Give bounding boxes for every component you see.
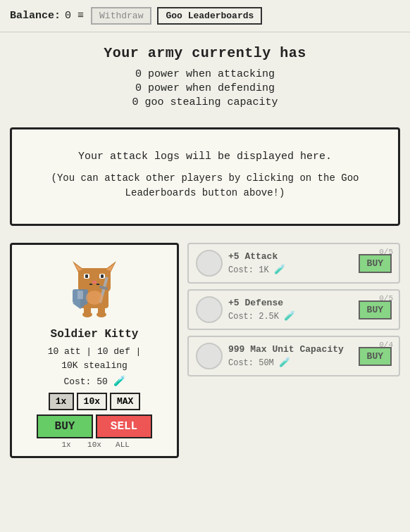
qty-label-10x: 10x — [82, 441, 107, 449]
attack-log-line2: (You can attack other players by clickin… — [26, 171, 384, 201]
upgrade-cost-2: Cost: 50M 🧪 — [228, 357, 353, 368]
army-title: Your army currently has — [7, 45, 403, 61]
svg-point-18 — [86, 291, 103, 305]
upgrade-counter-0: 0/5 — [379, 248, 393, 256]
withdraw-button[interactable]: Withdraw — [91, 7, 151, 25]
upgrade-buy-button-0[interactable]: BUY — [359, 254, 392, 273]
upgrade-cost-1: Cost: 2.5K 🧪 — [228, 310, 353, 322]
buy-button[interactable]: BUY — [37, 414, 93, 438]
upgrade-icon-1 — [196, 296, 223, 323]
svg-point-21 — [82, 312, 92, 317]
qty-label-1x: 1x — [54, 441, 79, 449]
balance-value: 0 ≡ — [65, 10, 84, 22]
upgrade-card-1: +5 Defense Cost: 2.5K 🧪 0/5 BUY — [187, 289, 400, 330]
upgrade-cost-0: Cost: 1K 🧪 — [228, 264, 353, 275]
leaderboards-button[interactable]: Goo Leaderboards — [157, 7, 262, 25]
svg-rect-10 — [92, 281, 97, 284]
unit-image — [59, 252, 130, 322]
upgrade-info-2: 999 Max Unit Capacity Cost: 50M 🧪 — [228, 344, 353, 368]
upgrade-icon-0 — [196, 250, 223, 277]
qty-label-row: 1x 10x ALL — [20, 441, 168, 449]
sell-button[interactable]: SELL — [96, 414, 152, 438]
bottom-section: Soldier Kitty 10 att | 10 def | 10K stea… — [0, 236, 410, 465]
qty-1x-button[interactable]: 1x — [49, 393, 74, 410]
action-buttons: BUY SELL — [20, 414, 168, 438]
upgrade-buy-button-2[interactable]: BUY — [359, 347, 392, 366]
army-section: Your army currently has 0 power when att… — [0, 32, 410, 118]
upgrade-counter-1: 0/5 — [379, 294, 393, 303]
army-stat-stealing: 0 goo stealing capacity — [7, 96, 403, 108]
upgrade-info-1: +5 Defense Cost: 2.5K 🧪 — [228, 298, 353, 322]
upgrade-buy-button-1[interactable]: BUY — [359, 300, 392, 319]
unit-name: Soldier Kitty — [20, 328, 168, 341]
upgrade-counter-2: 0/4 — [379, 341, 393, 349]
upgrade-card-2: 999 Max Unit Capacity Cost: 50M 🧪 0/4 BU… — [187, 336, 400, 376]
qty-max-button[interactable]: MAX — [110, 393, 140, 410]
army-stat-defense: 0 power when defending — [7, 82, 403, 94]
unit-sprite — [63, 255, 126, 319]
qty-label-all: ALL — [110, 441, 135, 449]
upgrade-icon-2 — [196, 343, 223, 369]
upgrade-title-0: +5 Attack — [228, 251, 353, 262]
svg-point-22 — [97, 312, 106, 317]
qty-10x-button[interactable]: 10x — [77, 393, 107, 410]
balance-label: Balance: — [10, 10, 61, 22]
flask-icon: 🧪 — [113, 376, 125, 387]
svg-rect-12 — [97, 284, 99, 285]
upgrade-title-2: 999 Max Unit Capacity — [228, 344, 353, 355]
svg-rect-15 — [77, 291, 83, 299]
svg-rect-8 — [85, 274, 88, 278]
upgrade-card-0: +5 Attack Cost: 1K 🧪 0/5 BUY — [187, 243, 400, 284]
army-stat-attack: 0 power when attacking — [7, 68, 403, 80]
upgrade-info-0: +5 Attack Cost: 1K 🧪 — [228, 251, 353, 275]
unit-stats: 10 att | 10 def | 10K stealing — [20, 345, 168, 372]
svg-rect-11 — [89, 284, 92, 285]
svg-rect-9 — [101, 274, 104, 278]
unit-card: Soldier Kitty 10 att | 10 def | 10K stea… — [10, 243, 179, 458]
attack-log-box: Your attack logs will be displayed here.… — [10, 127, 400, 226]
qty-buttons: 1x 10x MAX — [20, 393, 168, 410]
unit-cost: Cost: 50 🧪 — [20, 375, 168, 387]
upgrades-column: +5 Attack Cost: 1K 🧪 0/5 BUY +5 Defense … — [187, 243, 400, 376]
upgrade-title-1: +5 Defense — [228, 298, 353, 308]
header: Balance: 0 ≡ Withdraw Goo Leaderboards — [0, 0, 410, 32]
attack-log-line1: Your attack logs will be displayed here. — [26, 151, 384, 163]
